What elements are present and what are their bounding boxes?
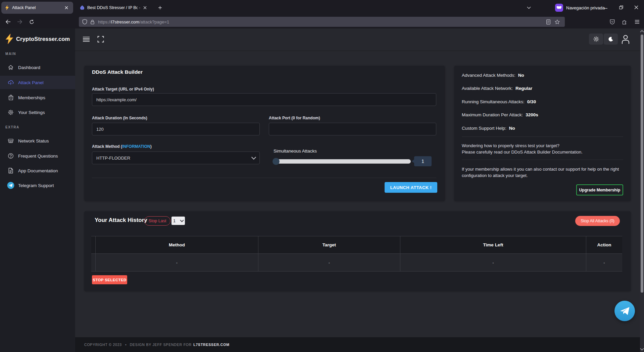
stat-row: Running Simultaneous Attacks:0/30: [462, 99, 536, 104]
stat-value: Regular: [515, 86, 532, 91]
tab-close-icon[interactable]: [63, 4, 70, 11]
window-restore-button[interactable]: [613, 3, 629, 12]
stop-last-button[interactable]: Stop Last: [144, 216, 170, 226]
attack-port-label: Attack Port (0 for Random): [269, 116, 320, 120]
table-header-target: Target: [258, 236, 400, 253]
new-tab-button[interactable]: [156, 4, 164, 12]
tab-close-icon[interactable]: [142, 4, 148, 11]
attack-method-label: Attack Method (INFORMATION): [92, 144, 152, 149]
attack-duration-label: Attack Duration (In Seconds): [92, 116, 147, 120]
chevron-down-icon: [180, 218, 184, 222]
table-header-method: Method: [96, 236, 258, 253]
sidebar-item-label: Network Status: [18, 138, 49, 143]
table-row[interactable]: - - - -: [91, 254, 622, 272]
simultaneous-slider-thumb[interactable]: [273, 158, 280, 165]
tracking-shield-icon[interactable]: [82, 19, 87, 24]
stat-label: Advanced Attack Methods:: [462, 73, 515, 78]
sidebar-item-label: App Documentation: [18, 168, 58, 173]
sidebar: CryptoStresser.com MAIN Dashboard Attack…: [0, 28, 75, 352]
page-scrollbar[interactable]: [640, 28, 644, 352]
extensions-puzzle-icon[interactable]: [620, 17, 629, 26]
scrollbar-up-arrow[interactable]: [640, 28, 644, 34]
sidebar-item-memberships[interactable]: Memberships: [0, 91, 75, 104]
sidebar-item-attack-panel[interactable]: Attack Panel: [0, 76, 75, 89]
back-button[interactable]: [3, 17, 13, 26]
window-minimize-button[interactable]: [598, 3, 613, 12]
browser-tab-active[interactable]: Attack Panel: [1, 2, 73, 14]
tab-list-chevron-icon[interactable]: [525, 4, 533, 12]
telegram-icon: [7, 182, 15, 189]
sidebar-item-label: Memberships: [18, 95, 45, 100]
sidebar-item-telegram-support[interactable]: Telegram Support: [0, 179, 75, 192]
private-browsing-badge: Navegación privada: [555, 3, 605, 12]
lock-icon[interactable]: [90, 19, 95, 24]
stat-row: Maximum Duration Per Attack:3200s: [462, 112, 538, 117]
footer-credit: DESIGN BY JEFF SPENDER FOR: [130, 343, 192, 347]
scrollbar-down-arrow[interactable]: [640, 347, 644, 351]
attack-port-input[interactable]: [269, 123, 436, 135]
home-icon: [7, 64, 15, 70]
menu-hamburger-icon[interactable]: [632, 17, 642, 26]
telegram-plane-icon: [620, 307, 630, 315]
sidebar-toggle-icon[interactable]: [82, 36, 91, 43]
information-link[interactable]: INFORMATION: [122, 144, 150, 149]
attack-duration-input[interactable]: [92, 123, 260, 135]
sidebar-item-label: Attack Panel: [18, 80, 44, 85]
membership-note: If your membership allows it you can als…: [462, 166, 625, 179]
upgrade-membership-button[interactable]: Upgrade Membership: [576, 184, 623, 195]
tab-title-suffix: -: [139, 5, 140, 10]
bookmark-star-icon[interactable]: [553, 17, 561, 26]
browser-tab-inactive[interactable]: Best DDoS Stresser / IP Booter -: [77, 2, 153, 14]
builder-divider: [92, 178, 436, 178]
fullscreen-icon[interactable]: [97, 35, 105, 43]
light-theme-button[interactable]: [589, 34, 603, 45]
app-header: [75, 28, 640, 51]
sidebar-item-dashboard[interactable]: Dashboard: [0, 61, 75, 74]
history-page-value: 1: [173, 218, 181, 223]
footer: COPYRIGHT © 2023 • DESIGN BY JEFF SPENDE…: [75, 337, 640, 352]
sidebar-item-label: Dashboard: [18, 65, 40, 70]
stat-row: Advanced Attack Methods:No: [462, 73, 524, 78]
stat-value: 3200s: [526, 112, 538, 117]
sidebar-item-frequent-questions[interactable]: Frequent Questions: [0, 149, 75, 163]
stop-all-attacks-button[interactable]: Stop All Attacks (0): [575, 216, 620, 226]
footer-copyright: COPYRIGHT © 2023: [84, 343, 122, 347]
attack-target-input[interactable]: [92, 93, 436, 106]
sidebar-item-app-documentation[interactable]: App Documentation: [0, 164, 75, 177]
url-path: /attack?page=1: [139, 19, 169, 24]
account-person-icon[interactable]: [620, 33, 632, 46]
reload-button[interactable]: [27, 17, 36, 26]
dark-theme-button[interactable]: [604, 34, 618, 45]
leaf-favicon-icon: [80, 5, 85, 10]
simultaneous-slider-track[interactable]: [274, 159, 411, 164]
table-header-time-left: Time Left: [400, 236, 586, 253]
reader-view-icon[interactable]: [544, 17, 553, 26]
table-row-checkbox-cell: [91, 254, 96, 271]
shopping-bag-icon: [7, 95, 15, 101]
window-close-button[interactable]: [629, 3, 644, 12]
pocket-shield-icon[interactable]: [607, 17, 617, 26]
server-icon: [7, 138, 15, 144]
document-icon: [7, 168, 15, 174]
help-question: Wondering how to properly stress test yo…: [462, 143, 559, 148]
sidebar-item-your-settings[interactable]: Your Settings: [0, 106, 75, 119]
telegram-float-button[interactable]: [614, 301, 635, 321]
brand-logo[interactable]: CryptoStresser.com: [5, 34, 70, 44]
scrollbar-thumb[interactable]: [641, 35, 643, 293]
footer-brand-link[interactable]: L7STRESSER.COM: [193, 343, 229, 347]
sidebar-item-label: Telegram Support: [18, 183, 54, 188]
url-bar[interactable]: https://l7stresser.com/attack?page=1: [79, 17, 565, 27]
sidebar-item-network-status[interactable]: Network Status: [0, 134, 75, 148]
forward-button[interactable]: [15, 17, 24, 26]
stop-selected-button[interactable]: STOP SELECTED: [92, 275, 127, 284]
launch-attack-button[interactable]: LAUNCH ATTACK !: [385, 182, 437, 193]
lightning-logo-icon: [5, 34, 13, 44]
table-header-action: Action: [586, 236, 622, 253]
history-page-select[interactable]: 1: [171, 217, 185, 225]
simultaneous-value-badge: 1: [414, 156, 432, 166]
stats-divider: [462, 136, 623, 137]
table-header-checkbox-cell: [91, 236, 96, 253]
sidebar-section-extra: EXTRA: [5, 125, 19, 129]
attack-method-select[interactable]: HTTP-FLOODER: [92, 152, 260, 164]
builder-title: DDoS Attack Builder: [92, 69, 143, 75]
